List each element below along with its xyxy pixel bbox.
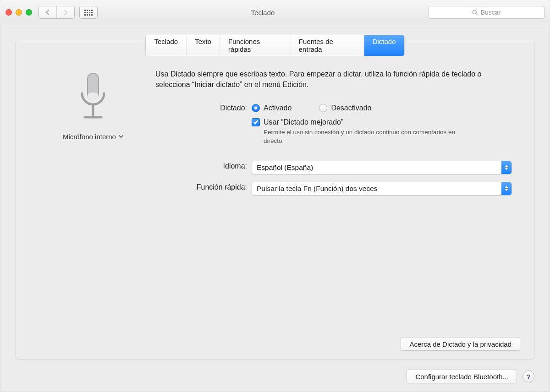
footer: Configurar teclado Bluetooth... ? <box>16 370 534 383</box>
enhanced-description: Permite el uso sin conexión y un dictado… <box>264 128 465 145</box>
titlebar: Teclado Buscar <box>0 0 550 25</box>
chevron-down-icon <box>119 135 123 138</box>
grid-icon <box>84 9 93 16</box>
window-controls <box>6 9 32 16</box>
window-title: Teclado <box>98 9 428 16</box>
bluetooth-button-label: Configurar teclado Bluetooth... <box>415 373 508 381</box>
forward-button[interactable] <box>57 6 74 18</box>
row-shortcut: Función rápida: Pulsar la tecla Fn (Func… <box>155 182 513 196</box>
checkbox-enhanced[interactable]: Usar “Dictado mejorado” <box>252 118 513 126</box>
show-all-button[interactable] <box>79 6 98 19</box>
close-window-button[interactable] <box>6 9 12 16</box>
radio-activado-label: Activado <box>264 104 292 112</box>
privacy-button-label: Acerca de Dictado y la privacidad <box>409 340 512 348</box>
label-shortcut: Función rápida: <box>155 182 252 193</box>
tab-texto[interactable]: Texto <box>187 35 220 56</box>
form: Dictado: Activado Desactivado <box>155 103 513 195</box>
help-button[interactable]: ? <box>522 370 534 382</box>
shortcut-value: Pulsar la tecla Fn (Función) dos veces <box>257 185 378 193</box>
language-popup[interactable]: Español (España) <box>252 161 512 174</box>
shortcut-popup[interactable]: Pulsar la tecla Fn (Función) dos veces <box>252 182 512 196</box>
microphone-icon <box>75 71 111 125</box>
tab-dictado[interactable]: Dictado <box>364 35 404 56</box>
search-placeholder: Buscar <box>481 9 501 16</box>
radio-off-indicator <box>319 104 327 112</box>
left-column: Micrófono interno <box>33 69 153 199</box>
checkbox-enhanced-label: Usar “Dictado mejorado” <box>264 118 343 126</box>
help-button-label: ? <box>526 373 530 381</box>
search-icon <box>472 10 478 16</box>
panel-body: Micrófono interno Usa Dictado siempre qu… <box>16 41 534 199</box>
minimize-window-button[interactable] <box>16 9 22 16</box>
radio-on-indicator <box>252 104 260 112</box>
bluetooth-button[interactable]: Configurar teclado Bluetooth... <box>407 370 517 383</box>
back-button[interactable] <box>39 6 57 18</box>
radio-desactivado-label: Desactivado <box>331 104 371 112</box>
nav-segmented <box>38 6 75 19</box>
tab-teclado[interactable]: Teclado <box>146 35 187 56</box>
tab-bar: Teclado Texto Funciones rápidas Fuentes … <box>146 35 405 56</box>
label-language: Idioma: <box>155 161 252 172</box>
svg-line-1 <box>476 13 478 15</box>
privacy-button[interactable]: Acerca de Dictado y la privacidad <box>401 337 520 351</box>
updown-icon <box>501 161 512 174</box>
microphone-label: Micrófono interno <box>63 133 116 141</box>
radio-activado[interactable]: Activado <box>252 104 292 112</box>
updown-icon <box>501 182 512 195</box>
language-value: Español (España) <box>257 163 313 172</box>
check-icon <box>253 120 258 125</box>
row-language: Idioma: Español (España) <box>155 161 513 174</box>
microphone-selector[interactable]: Micrófono interno <box>63 133 123 141</box>
checkbox-indicator <box>252 118 260 126</box>
right-column: Usa Dictado siempre que escribas texto. … <box>153 69 517 199</box>
preferences-window: Teclado Buscar Teclado Texto Funciones r… <box>0 0 550 392</box>
tab-fuentes[interactable]: Fuentes de entrada <box>291 35 364 56</box>
search-field[interactable]: Buscar <box>428 6 544 19</box>
preferences-panel: Teclado Texto Funciones rápidas Fuentes … <box>16 41 534 359</box>
radio-desactivado[interactable]: Desactivado <box>319 104 371 112</box>
zoom-window-button[interactable] <box>26 9 32 16</box>
content-area: Teclado Texto Funciones rápidas Fuentes … <box>0 25 550 392</box>
row-dictation: Dictado: Activado Desactivado <box>155 103 513 145</box>
description-text: Usa Dictado siempre que escribas texto. … <box>155 69 490 90</box>
tab-funciones[interactable]: Funciones rápidas <box>220 35 291 56</box>
svg-rect-3 <box>88 93 99 100</box>
label-dictation: Dictado: <box>155 103 252 114</box>
